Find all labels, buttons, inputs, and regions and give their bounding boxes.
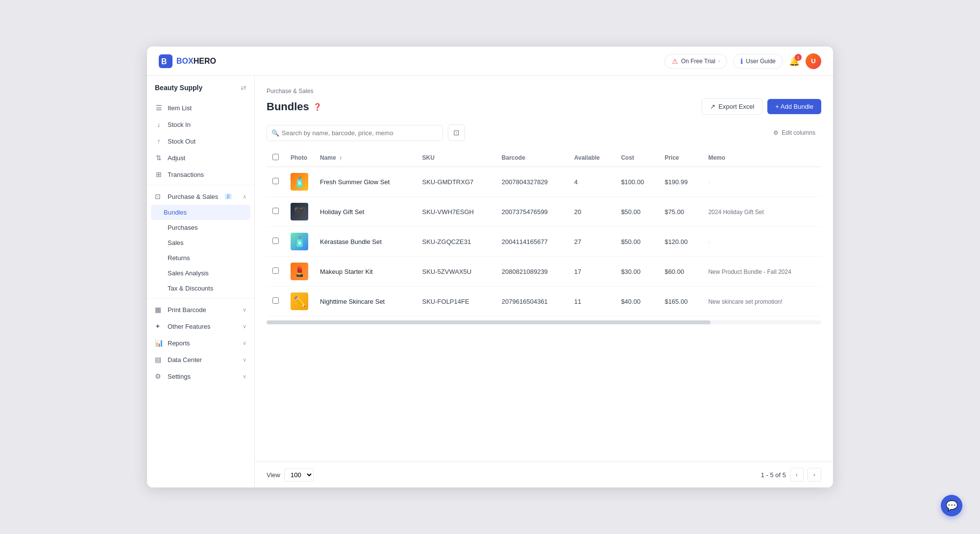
barcode-scan-button[interactable]: ⊡ (448, 124, 465, 141)
horizontal-scrollbar[interactable] (267, 320, 821, 324)
row-checkbox-cell (267, 227, 285, 257)
adjust-icon: ⇅ (155, 154, 163, 162)
sidebar-item-label: Reports (168, 340, 190, 347)
row-photo: ✏️ (285, 287, 314, 316)
bottom-nav-section: ▦ Print Barcode ∨ ✦ Other Features ∨ 📊 R… (147, 298, 254, 385)
row-barcode: 2079616504361 (496, 287, 568, 316)
row-checkbox[interactable] (272, 208, 279, 214)
header-memo: Memo (702, 149, 821, 167)
workspace-name: Beauty Supply (155, 84, 202, 92)
table-row[interactable]: 🖤 Holiday Gift Set SKU-VWH7ESGH 20073754… (267, 197, 821, 227)
row-name[interactable]: Makeup Starter Kit (314, 257, 416, 287)
row-checkbox[interactable] (272, 297, 279, 304)
row-barcode: 2080821089239 (496, 257, 568, 287)
row-sku: SKU-ZGQCZE31 (416, 227, 496, 257)
row-name[interactable]: Fresh Summer Glow Set (314, 167, 416, 197)
settings-icon: ⚙ (155, 372, 163, 380)
sidebar-item-purchases[interactable]: Purchases (147, 220, 254, 235)
search-row: 🔍 ⊡ ⚙ Edit columns (267, 124, 821, 141)
export-icon: ↗ (710, 103, 715, 110)
help-icon[interactable]: ❓ (313, 103, 321, 111)
prev-page-button[interactable]: ‹ (790, 468, 804, 482)
edit-columns-button[interactable]: ⚙ Edit columns (767, 126, 821, 139)
row-memo: - (702, 227, 821, 257)
sidebar-item-returns[interactable]: Returns (147, 250, 254, 266)
chevron-down-icon: ∨ (243, 357, 246, 363)
page-actions: ↗ Export Excel + Add Bundle (702, 98, 821, 115)
info-icon: ℹ (740, 57, 743, 65)
free-trial-button[interactable]: ⚠ On Free Trial › (664, 54, 727, 69)
sidebar-item-label: Data Center (168, 356, 202, 364)
search-input[interactable] (267, 125, 443, 141)
sidebar-item-print-barcode[interactable]: ▦ Print Barcode ∨ (147, 301, 254, 318)
sidebar-item-reports[interactable]: 📊 Reports ∨ (147, 335, 254, 351)
sidebar-item-label: Item List (168, 104, 192, 112)
row-name[interactable]: Nighttime Skincare Set (314, 287, 416, 316)
sidebar-item-label: Print Barcode (168, 306, 206, 314)
user-guide-button[interactable]: ℹ User Guide (733, 54, 783, 69)
header: B BOXHERO ⚠ On Free Trial › ℹ User Guide… (147, 47, 833, 76)
row-checkbox[interactable] (272, 178, 279, 184)
page-title: Bundles (267, 100, 309, 113)
table-row[interactable]: ✏️ Nighttime Skincare Set SKU-FOLP14FE 2… (267, 287, 821, 316)
chevron-right-icon: › (718, 58, 720, 64)
workspace-expand-icon[interactable]: ⇄ (241, 84, 246, 92)
sidebar-item-stock-in[interactable]: ↓ Stock In (147, 116, 254, 133)
next-page-button[interactable]: › (808, 468, 821, 482)
table-row[interactable]: 💄 Makeup Starter Kit SKU-5ZVWAX5U 208082… (267, 257, 821, 287)
header-checkbox-cell (267, 149, 285, 167)
sidebar-item-bundles[interactable]: Bundles (151, 205, 250, 220)
sidebar-item-settings[interactable]: ⚙ Settings ∨ (147, 368, 254, 385)
row-cost: $50.00 (615, 197, 659, 227)
header-name[interactable]: Name ↑ (314, 149, 416, 167)
row-sku: SKU-VWH7ESGH (416, 197, 496, 227)
table-row[interactable]: 🧴 Kérastase Bundle Set SKU-ZGQCZE31 2004… (267, 227, 821, 257)
row-price: $120.00 (659, 227, 702, 257)
row-name[interactable]: Kérastase Bundle Set (314, 227, 416, 257)
row-barcode: 2007375476599 (496, 197, 568, 227)
header-cost: Cost (615, 149, 659, 167)
row-sku: SKU-FOLP14FE (416, 287, 496, 316)
main-layout: Beauty Supply ⇄ ☰ Item List ↓ Stock In ↑… (147, 76, 833, 487)
sidebar-item-stock-out[interactable]: ↑ Stock Out (147, 133, 254, 149)
sidebar-item-sales[interactable]: Sales (147, 235, 254, 250)
avatar[interactable]: U (806, 53, 821, 69)
notifications-button[interactable]: 🔔 1 (789, 56, 800, 67)
search-icon: 🔍 (271, 129, 279, 137)
row-barcode: 2007804327829 (496, 167, 568, 197)
sidebar-item-label: Stock In (168, 121, 191, 128)
add-bundle-button[interactable]: + Add Bundle (767, 99, 821, 114)
sidebar-item-label: Stock Out (168, 138, 196, 145)
purchase-sales-collapse[interactable]: ⊡ Purchase & Sales β ∧ (147, 188, 254, 205)
logo-text: BOXHERO (176, 57, 216, 66)
row-photo: 🧴 (285, 227, 314, 257)
export-excel-button[interactable]: ↗ Export Excel (702, 98, 762, 115)
sidebar-item-data-center[interactable]: ▤ Data Center ∨ (147, 351, 254, 368)
sidebar-item-tax-discounts[interactable]: Tax & Discounts (147, 281, 254, 296)
row-checkbox[interactable] (272, 238, 279, 244)
row-available: 4 (568, 167, 615, 197)
row-checkbox[interactable] (272, 267, 279, 274)
sidebar-header: Beauty Supply ⇄ (147, 76, 254, 96)
chat-button[interactable]: 💬 (941, 495, 962, 516)
view-select[interactable]: 100 50 25 (284, 468, 314, 482)
search-input-wrap: 🔍 (267, 125, 443, 141)
sidebar-item-item-list[interactable]: ☰ Item List (147, 99, 254, 116)
table-row[interactable]: 🧴 Fresh Summer Glow Set SKU-GMDTRXG7 200… (267, 167, 821, 197)
row-photo: 💄 (285, 257, 314, 287)
row-price: $190.99 (659, 167, 702, 197)
row-available: 27 (568, 227, 615, 257)
sidebar-item-transactions[interactable]: ⊞ Transactions (147, 166, 254, 183)
table-body: 🧴 Fresh Summer Glow Set SKU-GMDTRXG7 200… (267, 167, 821, 316)
row-price: $165.00 (659, 287, 702, 316)
row-name[interactable]: Holiday Gift Set (314, 197, 416, 227)
sidebar-item-adjust[interactable]: ⇅ Adjust (147, 149, 254, 166)
sidebar: Beauty Supply ⇄ ☰ Item List ↓ Stock In ↑… (147, 76, 255, 487)
product-photo: 🧴 (291, 233, 308, 250)
row-photo: 🧴 (285, 167, 314, 197)
sidebar-item-other-features[interactable]: ✦ Other Features ∨ (147, 318, 254, 335)
logo-icon: B (159, 54, 172, 68)
select-all-checkbox[interactable] (272, 154, 279, 160)
sidebar-item-sales-analysis[interactable]: Sales Analysis (147, 266, 254, 281)
logo: B BOXHERO (159, 54, 216, 68)
